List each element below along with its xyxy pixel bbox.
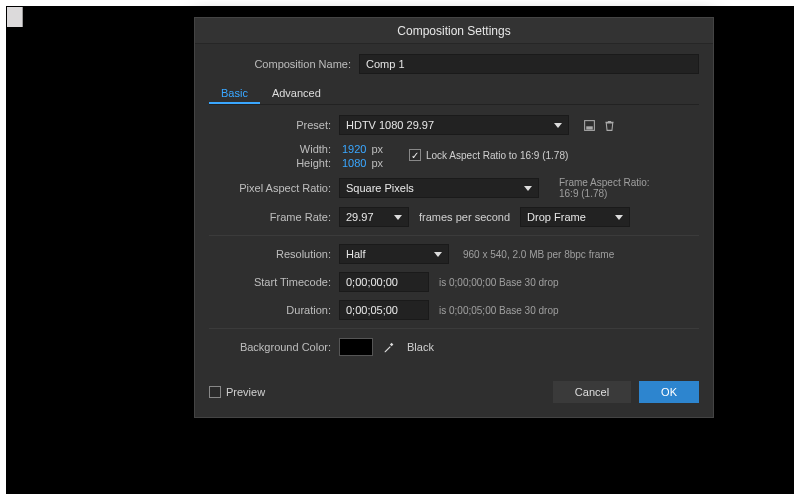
height-unit: px <box>371 157 383 169</box>
far-label: Frame Aspect Ratio: <box>559 177 650 188</box>
duration-label: Duration: <box>209 304 339 316</box>
par-value: Square Pixels <box>346 179 414 197</box>
start-tc-input[interactable]: 0;00;00;00 <box>339 272 429 292</box>
comp-name-label: Composition Name: <box>209 58 359 70</box>
chevron-down-icon <box>524 186 532 191</box>
delete-preset-button[interactable] <box>599 115 619 135</box>
chevron-down-icon <box>434 252 442 257</box>
fr-value: 29.97 <box>346 208 374 226</box>
chevron-down-icon <box>615 215 623 220</box>
dialog-body: Composition Name: Comp 1 Basic Advanced … <box>195 44 713 371</box>
fr-label: Frame Rate: <box>209 211 339 223</box>
bg-color-swatch[interactable] <box>339 338 373 356</box>
start-tc-label: Start Timecode: <box>209 276 339 288</box>
app-frame: Composition Settings Composition Name: C… <box>6 6 794 494</box>
par-label: Pixel Aspect Ratio: <box>209 182 339 194</box>
svg-rect-1 <box>586 126 593 129</box>
res-info: 960 x 540, 2.0 MB per 8bpc frame <box>463 249 614 260</box>
width-value[interactable]: 1920 <box>342 143 366 155</box>
tab-basic[interactable]: Basic <box>209 82 260 104</box>
fps-label: frames per second <box>419 211 510 223</box>
duration-info: is 0;00;05;00 Base 30 drop <box>439 305 559 316</box>
duration-input[interactable]: 0;00;05;00 <box>339 300 429 320</box>
lock-aspect-row: ✓ Lock Aspect Ratio to 16:9 (1.78) <box>409 149 568 161</box>
bg-color-name: Black <box>407 341 434 353</box>
dropframe-select[interactable]: Drop Frame <box>520 207 630 227</box>
tab-advanced[interactable]: Advanced <box>260 82 333 104</box>
far-value: 16:9 (1.78) <box>559 188 650 199</box>
framerate-row: Frame Rate: 29.97 frames per second Drop… <box>209 207 699 227</box>
button-group: Cancel OK <box>553 381 699 403</box>
resolution-row: Resolution: Half 960 x 540, 2.0 MB per 8… <box>209 244 699 264</box>
preset-row: Preset: HDTV 1080 29.97 <box>209 115 699 135</box>
res-select[interactable]: Half <box>339 244 449 264</box>
height-label: Height: <box>209 157 339 169</box>
lock-aspect-label: Lock Aspect Ratio to 16:9 (1.78) <box>426 150 568 161</box>
preset-value: HDTV 1080 29.97 <box>346 116 434 134</box>
save-preset-icon <box>583 119 596 132</box>
comp-name-row: Composition Name: Comp 1 <box>209 54 699 74</box>
start-tc-info: is 0;00;00;00 Base 30 drop <box>439 277 559 288</box>
dialog-title: Composition Settings <box>195 18 713 44</box>
fr-select[interactable]: 29.97 <box>339 207 409 227</box>
eyedropper-icon <box>382 340 396 354</box>
eyedropper-button[interactable] <box>379 337 399 357</box>
par-row: Pixel Aspect Ratio: Square Pixels Frame … <box>209 177 699 199</box>
chevron-down-icon <box>394 215 402 220</box>
comp-name-input[interactable]: Comp 1 <box>359 54 699 74</box>
duration-row: Duration: 0;00;05;00 is 0;00;05;00 Base … <box>209 300 699 320</box>
lock-aspect-checkbox[interactable]: ✓ <box>409 149 421 161</box>
save-preset-button[interactable] <box>579 115 599 135</box>
divider <box>209 328 699 329</box>
divider <box>209 235 699 236</box>
preview-label: Preview <box>226 386 265 398</box>
preview-group: ✓ Preview <box>209 386 265 398</box>
preview-checkbox[interactable]: ✓ <box>209 386 221 398</box>
composition-settings-dialog: Composition Settings Composition Name: C… <box>194 17 714 418</box>
res-label: Resolution: <box>209 248 339 260</box>
height-row: Height: 1080 px ✓ Lock Aspect Ratio to 1… <box>209 157 699 169</box>
preset-select[interactable]: HDTV 1080 29.97 <box>339 115 569 135</box>
preset-label: Preset: <box>209 119 339 131</box>
trash-icon <box>603 119 616 132</box>
dropframe-value: Drop Frame <box>527 208 586 226</box>
bg-color-row: Background Color: Black <box>209 337 699 357</box>
left-app-strip <box>7 7 23 27</box>
start-tc-row: Start Timecode: 0;00;00;00 is 0;00;00;00… <box>209 272 699 292</box>
height-value[interactable]: 1080 <box>342 157 366 169</box>
chevron-down-icon <box>554 123 562 128</box>
ok-button[interactable]: OK <box>639 381 699 403</box>
width-unit: px <box>371 143 383 155</box>
cancel-button[interactable]: Cancel <box>553 381 631 403</box>
res-value: Half <box>346 245 366 263</box>
frame-aspect-info: Frame Aspect Ratio: 16:9 (1.78) <box>559 177 650 199</box>
width-label: Width: <box>209 143 339 155</box>
tabs: Basic Advanced <box>209 82 699 105</box>
par-select[interactable]: Square Pixels <box>339 178 539 198</box>
dialog-footer: ✓ Preview Cancel OK <box>195 371 713 417</box>
bg-label: Background Color: <box>209 341 339 353</box>
